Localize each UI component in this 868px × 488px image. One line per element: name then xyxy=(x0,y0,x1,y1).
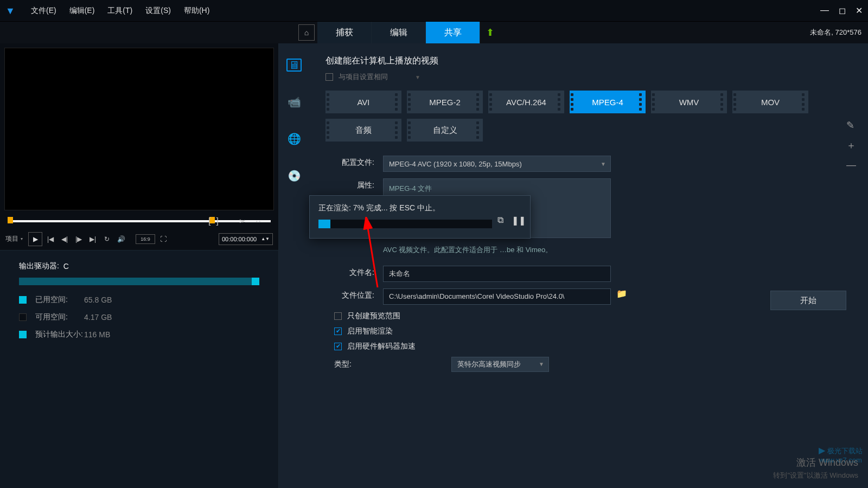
profile-desc: AVC 视频文件。此配置文件适合用于 …be 和 Vimeo。 xyxy=(383,245,852,256)
fileloc-label: 文件位置: xyxy=(326,288,374,300)
render-pause-icon[interactable]: ❚❚ xyxy=(512,215,524,226)
tab-capture[interactable]: 捕获 xyxy=(317,22,372,43)
hw-type-select[interactable]: 英特尔高速视频同步▼ xyxy=(451,357,549,372)
profile-select[interactable]: MPEG-4 AVC (1920 x 1080, 25p, 15Mbps)▼ xyxy=(383,156,611,172)
format-tile-mpeg4[interactable]: MPEG-4 xyxy=(570,91,646,113)
volume-icon[interactable]: 🔊 xyxy=(115,233,127,245)
playback-controls: 项目▾ ▶ |◀ ◀| |▶ ▶| ↻ 🔊 16:9 ⛶ 00:00:00:00… xyxy=(0,228,278,251)
menu-file[interactable]: 文件(E) xyxy=(24,6,63,16)
render-status: 正在渲染: 7% 完成... 按 ESC 中止。 xyxy=(318,203,521,213)
fileloc-field[interactable]: C:\Users\admin\Documents\Corel VideoStud… xyxy=(383,288,611,305)
home-icon[interactable]: ⌂ xyxy=(298,24,315,41)
loop-icon[interactable]: ↻ xyxy=(101,233,113,245)
windows-watermark: 激活 Windows 转到"设置"以激活 Windows xyxy=(773,455,858,481)
menu-tools[interactable]: 工具(T) xyxy=(101,6,139,16)
step-fwd-icon[interactable]: |▶ xyxy=(73,233,85,245)
share-title: 创建能在计算机上播放的视频 xyxy=(326,55,852,67)
left-panel: [ ] ✂ ↔ 项目▾ ▶ |◀ ◀| |▶ ▶| ↻ 🔊 16:9 ⛶ 00:… xyxy=(0,43,279,488)
play-button[interactable]: ▶ xyxy=(28,232,42,246)
window-controls: — ◻ ✕ xyxy=(820,5,863,16)
start-button[interactable]: 开始 xyxy=(770,291,846,310)
used-swatch-icon xyxy=(19,296,27,304)
format-tile-mpeg2[interactable]: MPEG-2 xyxy=(407,91,483,113)
top-tabs: 捕获 编辑 共享 xyxy=(317,22,480,43)
render-dialog: 正在渲染: 7% 完成... 按 ESC 中止。 ⧉ ❚❚ xyxy=(309,195,531,239)
type-label: 类型: xyxy=(334,359,372,369)
mark-in-icon[interactable]: [ xyxy=(208,216,210,226)
est-swatch-icon xyxy=(19,331,27,338)
hw-decode-checkbox[interactable]: ✔ xyxy=(334,343,342,350)
add-profile-icon[interactable]: ＋ xyxy=(846,139,856,152)
remove-profile-icon[interactable]: — xyxy=(846,159,856,171)
filename-label: 文件名: xyxy=(326,266,374,278)
go-start-icon[interactable]: |◀ xyxy=(44,233,56,245)
project-label: 项目 xyxy=(5,234,18,243)
step-back-icon[interactable]: ◀| xyxy=(59,233,71,245)
render-progressbar xyxy=(318,220,492,228)
tab-edit[interactable]: 编辑 xyxy=(372,22,426,43)
app-logo-icon: ▼ xyxy=(5,5,16,16)
bracket-group: [ ] xyxy=(208,216,219,226)
target-device-icon[interactable]: 📹 xyxy=(286,95,302,108)
main: [ ] ✂ ↔ 项目▾ ▶ |◀ ◀| |▶ ▶| ↻ 🔊 16:9 ⛶ 00:… xyxy=(0,43,868,488)
project-info: 未命名, 720*576 xyxy=(810,28,861,37)
close-icon[interactable]: ✕ xyxy=(856,5,863,16)
render-preview-icon[interactable]: ⧉ xyxy=(494,215,506,226)
maximize-icon[interactable]: ◻ xyxy=(839,5,846,16)
profile-label: 配置文件: xyxy=(326,156,374,168)
topbar: ⌂ 捕获 编辑 共享 ⬆ 未命名, 720*576 xyxy=(0,22,868,43)
menubar: ▼ 文件(E) 编辑(E) 工具(T) 设置(S) 帮助(H) — ◻ ✕ xyxy=(0,0,868,22)
expand-icon[interactable]: ⛶ xyxy=(157,233,169,245)
attr-label: 属性: xyxy=(326,178,374,190)
format-grid: AVIMPEG-2AVC/H.264MPEG-4WMVMOV音频自定义 xyxy=(326,91,852,142)
upload-icon[interactable]: ⬆ xyxy=(486,27,494,38)
free-swatch-icon xyxy=(19,313,27,321)
filename-field[interactable]: 未命名 xyxy=(383,266,611,282)
format-tile-[interactable]: 音频 xyxy=(326,119,401,142)
disk-panel: 输出驱动器: C 已用空间:65.8 GB 可用空间:4.17 GB 预计输出大… xyxy=(0,251,278,488)
aspect-ratio-select[interactable]: 16:9 xyxy=(136,234,155,244)
browse-folder-icon[interactable]: 📁 xyxy=(616,288,627,299)
share-targets: 🖥 📹 🌐 💿 xyxy=(279,43,309,488)
format-tile-mov[interactable]: MOV xyxy=(732,91,808,113)
format-tile-[interactable]: 自定义 xyxy=(407,119,483,142)
tab-share[interactable]: 共享 xyxy=(426,22,480,43)
share-content: 创建能在计算机上播放的视频 与项目设置相同 ▼ AVIMPEG-2AVC/H.2… xyxy=(309,43,868,488)
timeline[interactable]: [ ] ✂ ↔ xyxy=(0,215,278,228)
same-as-project-checkbox[interactable] xyxy=(326,73,333,81)
split-icon[interactable]: ↔ xyxy=(254,217,262,226)
format-tile-wmv[interactable]: WMV xyxy=(651,91,727,113)
mark-in-handle[interactable] xyxy=(8,217,13,223)
preview-range-checkbox[interactable] xyxy=(334,312,342,320)
target-disc-icon[interactable]: 💿 xyxy=(286,169,302,182)
timecode-field[interactable]: 00:00:00:000▲▼ xyxy=(219,233,273,245)
edit-profile-icon[interactable]: ✎ xyxy=(846,119,856,131)
format-tile-avi[interactable]: AVI xyxy=(326,91,401,113)
menu-settings[interactable]: 设置(S) xyxy=(139,6,177,16)
smart-render-checkbox[interactable]: ✔ xyxy=(334,328,342,335)
menu-edit[interactable]: 编辑(E) xyxy=(63,6,101,16)
mark-out-icon[interactable]: ] xyxy=(216,216,219,226)
menu-help[interactable]: 帮助(H) xyxy=(177,6,216,16)
minimize-icon[interactable]: — xyxy=(820,5,829,16)
drive-value: C xyxy=(63,262,69,271)
cut-icon[interactable]: ✂ xyxy=(239,217,246,226)
target-computer-icon[interactable]: 🖥 xyxy=(286,59,302,72)
format-tile-avch264[interactable]: AVC/H.264 xyxy=(488,91,564,113)
video-preview[interactable] xyxy=(4,48,274,210)
drive-label: 输出驱动器: xyxy=(19,261,59,271)
target-web-icon[interactable]: 🌐 xyxy=(286,132,302,145)
disk-usage-bar xyxy=(19,278,259,285)
go-end-icon[interactable]: ▶| xyxy=(87,233,99,245)
right-panel: 🖥 📹 🌐 💿 创建能在计算机上播放的视频 与项目设置相同 ▼ AVIMPEG-… xyxy=(279,43,868,488)
same-as-project-label: 与项目设置相同 xyxy=(339,72,388,82)
